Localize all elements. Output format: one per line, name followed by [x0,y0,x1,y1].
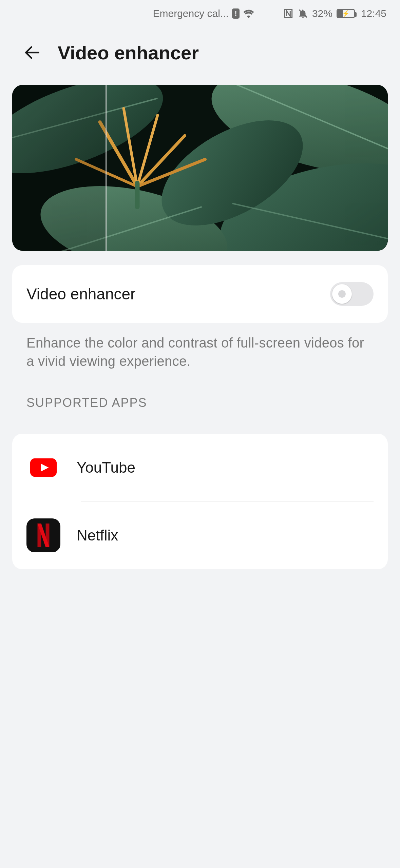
carrier-text: Emergency cal... [153,8,228,19]
app-row-youtube[interactable]: YouTube [26,434,374,501]
video-enhancer-toggle-row[interactable]: Video enhancer [26,265,374,323]
status-left-group: Emergency cal... ! [14,8,254,19]
netflix-icon [26,518,60,552]
wifi-icon [243,9,254,18]
status-bar: Emergency cal... ! 32% ⚡ 12:45 [0,0,400,27]
supported-apps-header: SUPPORTED APPS [12,370,388,419]
battery-icon: ⚡ [337,9,355,18]
arrow-left-icon [23,43,42,62]
battery-percent-text: 32% [312,8,332,19]
nfc-icon [283,8,294,19]
youtube-icon [26,451,60,485]
app-name: Netflix [77,527,118,544]
preview-image [12,85,388,251]
status-right-group: 32% ⚡ 12:45 [283,8,386,19]
page-header: Video enhancer [0,27,400,85]
sim-alert-icon: ! [232,8,240,19]
notifications-off-icon [298,8,308,19]
clock-text: 12:45 [361,8,386,19]
app-row-netflix[interactable]: Netflix [26,501,374,569]
app-name: YouTube [77,459,135,476]
toggle-card: Video enhancer [12,265,388,323]
page-title: Video enhancer [58,42,199,64]
back-button[interactable] [20,41,44,64]
toggle-label: Video enhancer [26,285,135,303]
supported-apps-list: YouTube Netflix [12,434,388,569]
svg-rect-8 [12,85,106,251]
switch-knob-icon [332,284,352,304]
video-enhancer-switch[interactable] [330,282,374,306]
setting-description: Enhance the color and contrast of full-s… [12,323,388,370]
